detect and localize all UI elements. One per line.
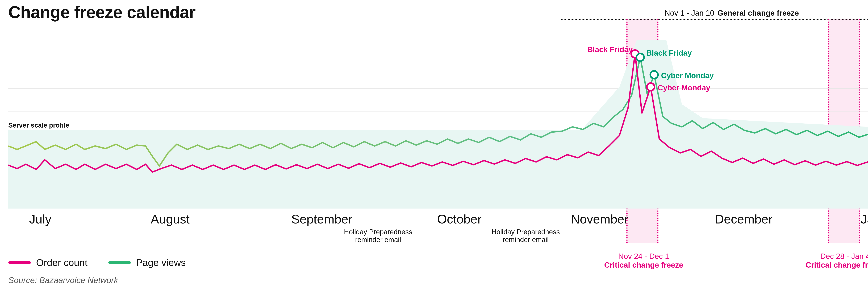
ann-page-cm: Cyber Monday xyxy=(661,71,714,80)
month-oct: October xyxy=(437,212,482,226)
month-jan: January xyxy=(861,212,868,226)
legend: Order count Page views xyxy=(8,257,186,268)
chart-svg xyxy=(8,35,868,208)
ann-order-cm: Cyber Monday xyxy=(658,83,710,92)
legend-swatch-page xyxy=(108,261,131,264)
month-nov: November xyxy=(571,212,628,226)
x-axis: July August September October November D… xyxy=(8,212,868,254)
marker-page-bf xyxy=(637,54,644,61)
page-title: Change freeze calendar xyxy=(8,2,195,22)
month-dec: December xyxy=(715,212,773,226)
general-freeze-label: Nov 1 - Jan 10General change freeze xyxy=(664,9,799,18)
legend-swatch-order xyxy=(8,261,31,264)
profile-label: Server scale profile xyxy=(8,122,69,129)
marker-order-cm xyxy=(647,83,654,91)
legend-order: Order count xyxy=(8,257,88,268)
reminder-sep: Holiday Preparedness reminder email xyxy=(333,228,423,243)
month-aug: August xyxy=(151,212,190,226)
chart-area: Nov 1 - Jan 10General change freeze Serv… xyxy=(8,35,868,208)
critical-label-2: Dec 28 - Jan 4 Critical change freeze xyxy=(803,252,868,269)
marker-page-cm xyxy=(650,71,658,79)
source-text: Source: Bazaarvoice Network xyxy=(8,276,118,285)
month-sep: September xyxy=(291,212,352,226)
ann-page-bf: Black Friday xyxy=(646,49,692,57)
reminder-oct: Holiday Preparedness reminder email xyxy=(480,228,571,243)
critical-label-1: Nov 24 - Dec 1 Critical change freeze xyxy=(602,252,685,269)
legend-page: Page views xyxy=(108,257,186,268)
ann-order-bf: Black Friday xyxy=(587,45,633,54)
month-jul: July xyxy=(29,212,51,226)
